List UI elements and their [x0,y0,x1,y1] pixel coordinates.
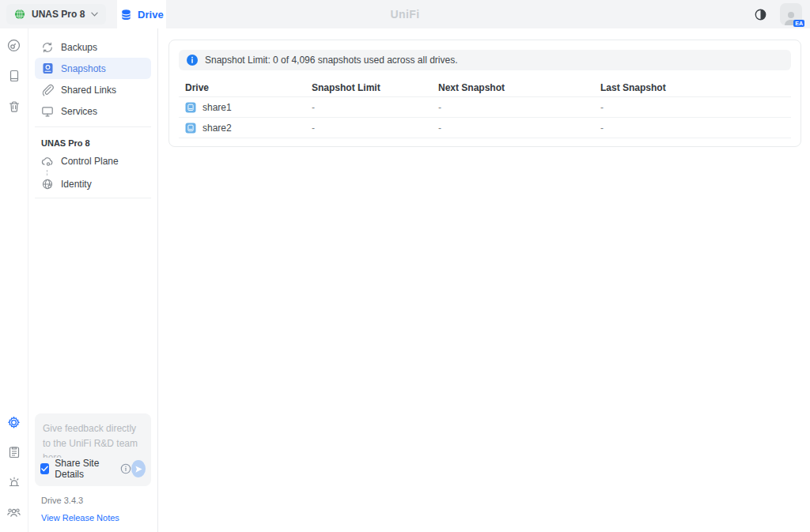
link-icon [41,84,54,96]
app-version: Drive 3.4.3 [41,496,151,505]
table-header-row: Drive Snapshot Limit Next Snapshot Last … [179,78,791,97]
share-site-details-checkbox[interactable] [40,463,49,474]
theme-contrast-toggle[interactable] [751,6,769,23]
share-drive-icon [185,102,196,113]
sidebar-item-snapshots[interactable]: Snapshots [35,58,151,79]
last-snapshot-value: - [594,123,791,134]
sidebar-divider [35,198,151,198]
column-header-snapshot-limit: Snapshot Limit [305,82,432,93]
tab-drive-label: Drive [138,9,164,21]
monitor-icon [41,105,54,118]
feedback-controls: Share Site Details [35,458,151,486]
share-site-details-label: Share Site Details [55,458,116,480]
column-header-next-snapshot: Next Snapshot [432,82,594,93]
table-row[interactable]: share1 - - - [179,97,791,118]
tab-drive[interactable]: Drive [117,0,166,28]
main-content: Snapshot Limit: 0 of 4,096 snapshots use… [158,28,810,532]
sidebar-item-shared-links[interactable]: Shared Links [35,79,151,100]
drive-name: share1 [202,102,232,113]
drive-icon[interactable] [6,67,23,85]
feedback-input[interactable] [35,413,151,458]
device-connector [47,170,151,175]
site-selector[interactable]: UNAS Pro 8 [6,4,106,25]
topbar-right: EA [751,0,810,28]
share-drive-icon [185,123,196,134]
sidebar-item-label: Identity [61,179,92,190]
drive-name: share2 [202,123,232,134]
snapshot-limit-banner: Snapshot Limit: 0 of 4,096 snapshots use… [179,50,791,70]
sidebar-item-backups[interactable]: Backups [35,36,151,58]
avatar-badge: EA [793,20,804,27]
sidebar-item-label: Control Plane [61,156,119,167]
cloud-gear-icon [41,155,54,168]
banner-text: Snapshot Limit: 0 of 4,096 snapshots use… [205,55,458,66]
database-icon [120,9,132,21]
sidebar-item-label: Services [61,106,97,117]
last-snapshot-value: - [594,102,791,113]
sidebar-item-label: Snapshots [61,63,106,74]
site-name: UNAS Pro 8 [32,9,85,20]
chevron-down-icon [91,12,98,17]
table-row[interactable]: share2 - - - [179,118,791,138]
avatar[interactable]: EA [780,3,802,25]
column-header-last-snapshot: Last Snapshot [594,82,791,93]
trash-icon[interactable] [6,98,23,115]
people-icon[interactable] [6,504,23,521]
feedback-box: Share Site Details [35,413,151,486]
clipboard-icon[interactable] [6,443,23,461]
backup-sync-icon [41,41,54,54]
sidebar-item-label: Shared Links [61,85,116,96]
icon-rail [0,28,28,532]
siren-icon[interactable] [6,474,23,491]
snapshot-camera-icon [41,62,54,75]
sidebar-item-label: Backups [61,42,97,53]
info-icon [187,55,198,66]
disc-icon[interactable] [6,36,23,54]
view-release-notes-link[interactable]: View Release Notes [41,513,151,523]
sidebar-section-header: UNAS Pro 8 [41,138,151,148]
top-bar: UNAS Pro 8 Drive UniFi EA [0,0,810,28]
sidebar: Backups Snapshots Shared Links Services … [28,28,158,532]
info-outline-icon[interactable] [120,463,131,474]
snapshot-limit-value: - [305,123,432,134]
column-header-drive: Drive [179,82,305,93]
next-snapshot-value: - [432,102,594,113]
gear-icon[interactable] [6,413,23,431]
site-globe-icon [14,9,25,20]
globe-gear-icon [41,178,54,191]
snapshot-limit-value: - [305,102,432,113]
next-snapshot-value: - [432,123,594,134]
sidebar-item-services[interactable]: Services [35,100,151,122]
sidebar-item-identity[interactable]: Identity [35,175,151,193]
sidebar-item-control-plane[interactable]: Control Plane [35,153,151,170]
snapshots-card: Snapshot Limit: 0 of 4,096 snapshots use… [168,40,801,147]
send-feedback-button[interactable] [131,460,146,477]
sidebar-divider [35,126,151,127]
